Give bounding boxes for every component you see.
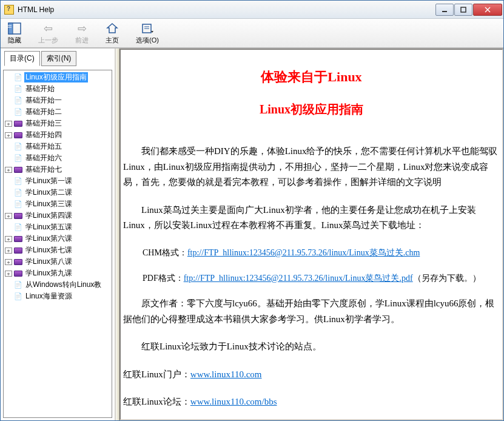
tab-contents[interactable]: 目录(C) xyxy=(4,51,40,66)
closed-book-icon xyxy=(13,120,23,128)
tree-item: 从Windows转向Linux教 xyxy=(5,279,110,291)
tree-item: +学Linux第八课 xyxy=(5,256,110,268)
page-icon xyxy=(13,200,23,209)
content-pane[interactable]: 体验来自于Linux Linux初级应用指南 我们都来感受一种DIY的乐趣，体验… xyxy=(119,49,503,420)
home-button[interactable]: 主页 xyxy=(103,21,121,46)
minimize-button[interactable] xyxy=(435,4,454,16)
page-icon xyxy=(13,189,23,197)
tree-item: +学Linux第六课 xyxy=(5,233,110,244)
app-window: HTML Help 隐藏 ⇦ 上一步 ⇨ 前进 主页 选项(O) xyxy=(0,0,504,421)
svg-rect-5 xyxy=(8,23,13,34)
tree-container[interactable]: Linux初级应用指南基础开始基础开始一基础开始二+基础开始三+基础开始四基础开… xyxy=(3,70,112,418)
tree-item-label[interactable]: 学Linux第七课 xyxy=(24,245,73,255)
tree-item: Linux海量资源 xyxy=(5,291,110,302)
chm-link[interactable]: ftp://FTP_hllinux:123456@211.95.73.26/li… xyxy=(187,248,420,257)
options-icon xyxy=(141,22,153,35)
expand-toggle[interactable]: + xyxy=(5,213,12,219)
tab-index[interactable]: 索引(N) xyxy=(41,51,77,66)
body-area: 目录(C) 索引(N) Linux初级应用指南基础开始基础开始一基础开始二+基础… xyxy=(1,48,503,420)
expand-toggle[interactable]: + xyxy=(5,132,12,138)
tree-item: +基础开始四 xyxy=(5,129,110,141)
tree-item: 基础开始一 xyxy=(5,95,110,106)
page-icon xyxy=(13,292,23,301)
tree-item-label[interactable]: 基础开始六 xyxy=(24,153,63,163)
tree-item-label[interactable]: 学Linux第四课 xyxy=(24,210,73,221)
tree-item-label[interactable]: Linux初级应用指南 xyxy=(24,72,88,83)
portal-link[interactable]: www.linux110.com xyxy=(190,369,262,379)
tree-item: 基础开始六 xyxy=(5,152,110,164)
expand-toggle[interactable]: + xyxy=(5,236,12,242)
back-button[interactable]: ⇦ 上一步 xyxy=(36,21,61,46)
expand-toggle[interactable]: + xyxy=(5,259,12,265)
app-icon xyxy=(4,5,14,15)
download-line-chm: CHM格式：ftp://FTP_hllinux:123456@211.95.73… xyxy=(143,246,502,260)
tree-item: +学Linux第九课 xyxy=(5,268,110,279)
tree-item: 基础开始 xyxy=(5,83,110,95)
tree-item: 学Linux第五课 xyxy=(5,221,110,233)
tree-item: 学Linux第二课 xyxy=(5,187,110,198)
paragraph: 我们都来感受一种DIY的乐趣，体验Linux给予的快乐，您不需要任何计算机水平也… xyxy=(123,144,500,190)
tree-item-label[interactable]: 学Linux第八课 xyxy=(24,257,73,267)
tree-item: 学Linux第三课 xyxy=(5,198,110,210)
hide-icon xyxy=(8,22,21,35)
page-icon xyxy=(13,73,23,82)
page-icon xyxy=(13,108,23,116)
page-icon xyxy=(13,96,23,105)
topic-tree: Linux初级应用指南基础开始基础开始一基础开始二+基础开始三+基础开始四基础开… xyxy=(5,72,110,302)
tree-item-label[interactable]: 学Linux第五课 xyxy=(24,222,73,232)
page-icon xyxy=(13,177,23,186)
tree-item-label[interactable]: 学Linux第二课 xyxy=(24,187,73,198)
paragraph: Linux菜鸟过关主要是面向广大Linux初学者，他的主要任务是让您成功在机子上… xyxy=(123,203,500,234)
options-button[interactable]: 选项(O) xyxy=(133,21,161,46)
closed-book-icon xyxy=(13,258,23,266)
nav-tabs: 目录(C) 索引(N) xyxy=(3,51,112,66)
page-icon xyxy=(13,281,23,289)
closed-book-icon xyxy=(13,212,23,220)
closed-book-icon xyxy=(13,269,23,278)
tree-item-label[interactable]: 基础开始四 xyxy=(24,130,63,140)
tree-item-label[interactable]: 学Linux第一课 xyxy=(24,176,73,186)
tree-item-label[interactable]: 基础开始七 xyxy=(24,164,63,175)
tree-item-label[interactable]: 基础开始 xyxy=(24,84,56,94)
svg-rect-1 xyxy=(461,7,466,12)
home-icon xyxy=(106,22,118,35)
hide-button[interactable]: 隐藏 xyxy=(5,21,24,46)
tree-item-label[interactable]: 学Linux第九课 xyxy=(24,268,73,278)
tree-item-label[interactable]: Linux海量资源 xyxy=(24,291,73,301)
tree-item-label[interactable]: 基础开始三 xyxy=(24,118,63,129)
page-icon xyxy=(13,143,23,151)
tree-item-label[interactable]: 学Linux第三课 xyxy=(24,199,73,209)
expand-toggle[interactable]: + xyxy=(5,271,12,277)
forward-button[interactable]: ⇨ 前进 xyxy=(73,21,91,46)
forum-link[interactable]: www.linux110.com/bbs xyxy=(190,397,277,406)
close-button[interactable] xyxy=(473,4,502,16)
tree-item-label[interactable]: 基础开始一 xyxy=(24,95,63,106)
expand-toggle[interactable]: + xyxy=(5,248,12,254)
tree-item: 学Linux第一课 xyxy=(5,175,110,187)
closed-book-icon xyxy=(13,166,23,174)
tree-item-label[interactable]: 基础开始五 xyxy=(24,141,63,152)
tree-item: +学Linux第七课 xyxy=(5,244,110,256)
page-icon xyxy=(13,223,23,232)
back-arrow-icon: ⇦ xyxy=(44,22,53,35)
tree-item-label[interactable]: 学Linux第六课 xyxy=(24,234,73,244)
tree-item-label[interactable]: 基础开始二 xyxy=(24,107,63,117)
window-title: HTML Help xyxy=(18,5,435,14)
toolbar: 隐藏 ⇦ 上一步 ⇨ 前进 主页 选项(O) xyxy=(1,19,503,48)
tree-item: Linux初级应用指南 xyxy=(5,72,110,83)
maximize-button[interactable] xyxy=(454,4,472,16)
tree-item: +基础开始七 xyxy=(5,164,110,175)
paragraph: 原文作者：零下六度与lcyu66。基础开始由零下六度原创，学Linux课程由lc… xyxy=(123,296,500,327)
download-line-pdf: PDF格式：ftp://FTP_hllinux:123456@211.95.73… xyxy=(143,271,502,286)
expand-toggle[interactable]: + xyxy=(5,121,12,127)
paragraph: 红联Linux论坛致力于Linux技术讨论的站点。 xyxy=(123,339,500,355)
page-title-1: 体验来自于Linux xyxy=(121,66,502,88)
closed-book-icon xyxy=(13,246,23,255)
expand-toggle[interactable]: + xyxy=(5,167,12,173)
forum-line: 红联Linux论坛：www.linux110.com/bbs xyxy=(123,394,500,410)
content-body: 体验来自于Linux Linux初级应用指南 我们都来感受一种DIY的乐趣，体验… xyxy=(121,50,502,420)
tree-item-label[interactable]: 从Windows转向Linux教 xyxy=(24,280,102,290)
titlebar: HTML Help xyxy=(1,1,503,19)
pdf-link[interactable]: ftp://FTP_hllinux:123456@211.95.73.26/li… xyxy=(184,274,413,283)
nav-pane: 目录(C) 索引(N) Linux初级应用指南基础开始基础开始一基础开始二+基础… xyxy=(1,49,116,420)
